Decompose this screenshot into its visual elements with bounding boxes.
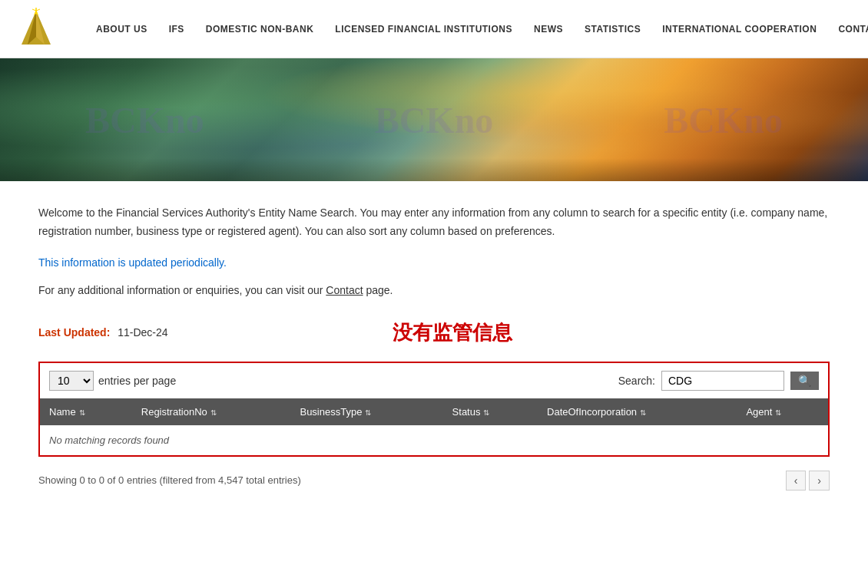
sort-arrow-name: ⇅: [79, 408, 85, 417]
search-input[interactable]: [661, 371, 784, 391]
nav-item-news[interactable]: NEWS: [523, 0, 574, 58]
col-header-biz-type[interactable]: BusinessType⇅: [290, 398, 442, 425]
contact-paragraph: For any additional information or enquir…: [38, 284, 830, 296]
watermark-1: BCKno: [85, 99, 204, 141]
intro-paragraph: Welcome to the Financial Services Author…: [38, 204, 830, 241]
nav-item-licensed-fi[interactable]: LICENSED FINANCIAL INSTITUTIONS: [324, 0, 523, 58]
watermark-2: BCKno: [375, 99, 494, 141]
hero-banner: BCKno BCKno BCKno: [0, 58, 868, 181]
contact-text-after: page.: [363, 284, 393, 296]
nav-link-news[interactable]: NEWS: [523, 0, 574, 58]
last-updated-row: Last Updated: 11-Dec-24 没有监管信息: [38, 319, 830, 346]
pagination-info: Showing 0 to 0 of 0 entries (filtered fr…: [38, 474, 301, 486]
entries-per-page-select[interactable]: 10 25 50 100: [49, 371, 94, 391]
col-header-agent[interactable]: Agent⇅: [737, 398, 828, 425]
nav-item-international-cooperation[interactable]: INTERNATIONAL COOPERATION: [651, 0, 827, 58]
table-header: Name⇅RegistrationNo⇅BusinessType⇅Status⇅…: [40, 398, 828, 425]
main-content: Welcome to the Financial Services Author…: [0, 181, 868, 512]
nav-item-ifs[interactable]: IFS: [158, 0, 195, 58]
col-header-status[interactable]: Status⇅: [443, 398, 538, 425]
last-updated-value: 11-Dec-24: [118, 326, 167, 339]
contact-link[interactable]: Contact: [326, 284, 363, 296]
pagination-buttons: ‹ ›: [786, 471, 830, 491]
search-control: Search: 🔍: [618, 371, 819, 391]
entries-control: 10 25 50 100 entries per page: [49, 371, 176, 391]
last-updated-group: Last Updated: 11-Dec-24: [38, 326, 168, 339]
col-header-date-inc[interactable]: DateOfIncorporation⇅: [538, 398, 737, 425]
prev-page-button[interactable]: ‹: [786, 471, 807, 491]
data-table: Name⇅RegistrationNo⇅BusinessType⇅Status⇅…: [40, 398, 828, 455]
logo-area[interactable]: [15, 8, 62, 50]
nav-link-ifs[interactable]: IFS: [158, 0, 195, 58]
entries-label: entries per page: [98, 375, 176, 387]
table-section: 10 25 50 100 entries per page Search: 🔍 …: [38, 362, 830, 457]
search-label: Search:: [618, 375, 655, 387]
nav-item-contact-us[interactable]: CONTACT US: [827, 0, 868, 58]
main-nav: ABOUT USIFSDOMESTIC NON-BANKLICENSED FIN…: [85, 0, 868, 58]
sort-arrow-status: ⇅: [483, 408, 489, 417]
pagination-row: Showing 0 to 0 of 0 entries (filtered fr…: [38, 464, 830, 497]
site-header: ABOUT USIFSDOMESTIC NON-BANKLICENSED FIN…: [0, 0, 868, 58]
nav-link-licensed-fi[interactable]: LICENSED FINANCIAL INSTITUTIONS: [324, 0, 523, 58]
contact-text-before: For any additional information or enquir…: [38, 284, 326, 296]
update-notice: This information is updated periodically…: [38, 256, 830, 269]
no-reg-notice: 没有监管信息: [168, 319, 737, 346]
nav-item-domestic-non-bank[interactable]: DOMESTIC NON-BANK: [195, 0, 325, 58]
watermark-3: BCKno: [664, 99, 783, 141]
watermark-overlay: BCKno BCKno BCKno: [0, 58, 868, 181]
nav-item-about-us[interactable]: ABOUT US: [85, 0, 158, 58]
next-page-button[interactable]: ›: [809, 471, 830, 491]
nav-link-about-us[interactable]: ABOUT US: [85, 0, 158, 58]
nav-link-international-cooperation[interactable]: INTERNATIONAL COOPERATION: [651, 0, 827, 58]
last-updated-label: Last Updated:: [38, 326, 110, 339]
search-button[interactable]: 🔍: [790, 372, 819, 390]
nav-link-statistics[interactable]: STATISTICS: [574, 0, 651, 58]
table-controls: 10 25 50 100 entries per page Search: 🔍: [40, 363, 828, 398]
no-records-cell: No matching records found: [40, 425, 828, 455]
nav-link-contact-us[interactable]: CONTACT US: [827, 0, 868, 58]
col-header-reg-no[interactable]: RegistrationNo⇅: [132, 398, 291, 425]
sort-arrow-reg-no: ⇅: [210, 408, 217, 417]
nav-link-domestic-non-bank[interactable]: DOMESTIC NON-BANK: [195, 0, 325, 58]
col-header-name[interactable]: Name⇅: [40, 398, 132, 425]
sort-arrow-date-inc: ⇅: [640, 408, 646, 417]
nav-item-statistics[interactable]: STATISTICS: [574, 0, 651, 58]
site-logo-icon: [15, 8, 58, 50]
sort-arrow-agent: ⇅: [775, 408, 781, 417]
no-records-row: No matching records found: [40, 425, 828, 455]
sort-arrow-biz-type: ⇅: [365, 408, 371, 417]
